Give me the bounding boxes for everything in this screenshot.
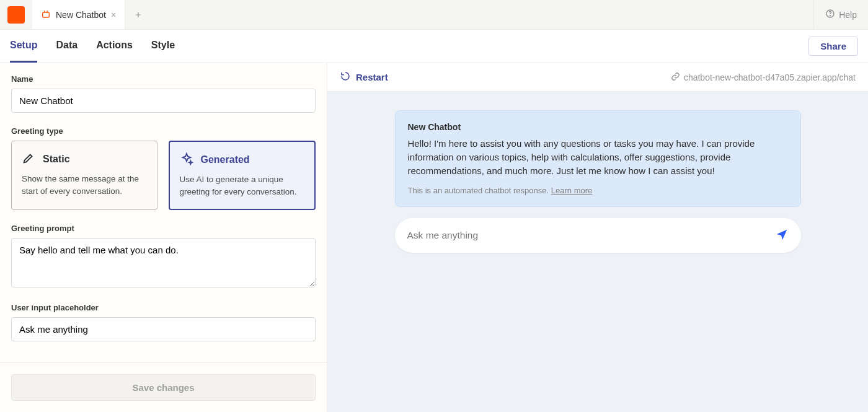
placeholder-label: User input placeholder [11,303,316,312]
greeting-prompt-textarea[interactable] [11,238,316,287]
bot-message-text: Hello! I'm here to assist you with any q… [408,137,788,177]
help-label: Help [839,10,857,20]
svg-rect-0 [43,12,50,17]
greeting-prompt-label: Greeting prompt [11,224,316,233]
generated-card-title: Generated [201,154,250,165]
restart-button[interactable]: Restart [340,71,388,84]
preview-pane: Restart chatbot-new-chatbot-d47a05.zapie… [327,63,868,412]
link-icon [671,72,680,83]
learn-more-link[interactable]: Learn more [551,186,592,195]
tab-actions[interactable]: Actions [96,30,133,63]
greeting-type-generated-card[interactable]: Generated Use AI to generate a unique gr… [169,141,316,210]
automated-note: This is an automated chatbot response. [408,186,549,195]
setup-form-pane: Name Greeting type Static Show the same … [0,63,327,412]
send-button[interactable] [775,228,789,243]
name-input[interactable] [11,89,316,113]
tab-setup[interactable]: Setup [10,30,37,63]
help-icon [825,9,835,20]
svg-point-2 [830,15,831,16]
placeholder-input[interactable] [11,317,316,341]
help-button[interactable]: Help [813,0,868,29]
window-tab-title: New Chatbot [56,10,106,20]
app-logo [7,6,25,24]
close-tab-icon[interactable]: × [111,10,116,20]
share-button[interactable]: Share [808,37,858,56]
name-label: Name [11,74,316,84]
static-card-title: Static [43,154,70,165]
pencil-icon [22,151,35,167]
restart-label: Restart [356,72,388,82]
sparkle-icon [180,152,193,167]
restart-icon [340,71,351,84]
tab-style[interactable]: Style [151,30,175,63]
new-tab-button[interactable] [125,0,151,29]
send-icon [775,234,789,243]
greeting-type-label: Greeting type [11,126,316,136]
chatbot-icon [41,10,51,20]
bot-message: New Chatbot Hello! I'm here to assist yo… [395,110,801,207]
generated-card-desc: Use AI to generate a unique greeting for… [180,173,305,198]
tab-data[interactable]: Data [56,30,78,63]
section-tab-bar: Setup Data Actions Style Share [0,30,868,63]
chat-input[interactable] [407,230,775,241]
save-changes-button[interactable]: Save changes [11,374,316,401]
preview-url[interactable]: chatbot-new-chatbot-d47a05.zapier.app/ch… [671,72,856,83]
bot-message-name: New Chatbot [408,122,788,132]
window-tab-strip: New Chatbot × Help [0,0,868,30]
static-card-desc: Show the same message at the start of ev… [22,173,147,197]
preview-url-text: chatbot-new-chatbot-d47a05.zapier.app/ch… [684,72,856,82]
chat-input-row [395,218,801,253]
window-tab-active[interactable]: New Chatbot × [32,0,125,29]
greeting-type-static-card[interactable]: Static Show the same message at the star… [11,141,157,210]
